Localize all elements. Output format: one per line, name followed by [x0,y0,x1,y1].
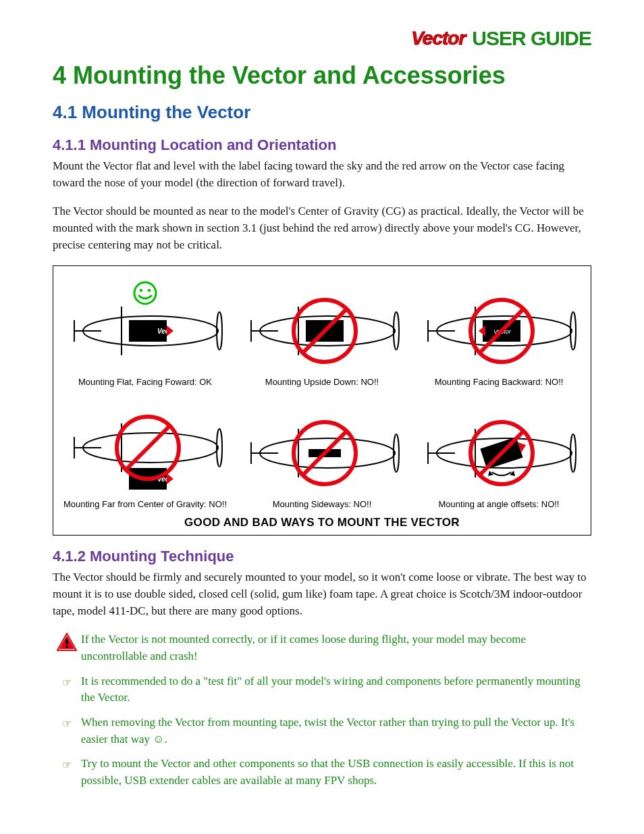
header-brand: Vector USER GUIDE [411,27,591,50]
heading-4-1: 4.1 Mounting the Vector [53,102,591,123]
svg-marker-25 [479,325,485,336]
paragraph-mounting-technique: The Vector should be firmly and securely… [53,569,591,619]
svg-point-0 [134,282,156,304]
svg-rect-61 [65,646,68,648]
figure-caption: Mounting Far from Center of Gravity: NO!… [63,499,227,509]
warning-note: If the Vector is not mounted correctly, … [53,631,591,664]
plane-upside-icon [241,278,403,373]
tip-note-testfit: ☞ It is recommended to do a "test fit" o… [53,673,591,706]
heading-4-1-1: 4.1.1 Mounting Location and Orientation [53,136,591,154]
hand-point-icon: ☞ [62,757,72,773]
paragraph-cg-location: The Vector should be mounted as near to … [53,203,591,253]
figure-cell-backward: Vector Mounting Facing Backward: NO!! [414,278,584,387]
plane-angle-icon [418,400,580,495]
svg-point-2 [148,289,151,292]
figure-cell-ok: Vector Mounting Flat, Facing Foward: OK [60,278,230,387]
warning-icon [57,633,77,657]
tip-text: When removing the Vector from mounting t… [81,714,591,748]
tip-text: Try to mount the Vector and other compon… [81,756,591,789]
svg-point-1 [140,289,142,292]
tip-note-twist: ☞ When removing the Vector from mounting… [53,714,591,748]
figure-cell-upside: Mounting Upside Down: NO!! [237,278,407,387]
figure-caption: Mounting Sideways: NO!! [273,499,372,509]
mounting-figure: Vector Mounting Flat, Facing Foward: OK [53,265,591,536]
svg-rect-60 [65,639,68,644]
plane-far-cg-icon: Vector [64,400,226,495]
figure-caption: Mounting at angle offsets: NO!! [439,499,560,509]
svg-marker-54 [488,471,493,476]
plane-ok-icon: Vector [64,278,226,373]
heading-4-1-2: 4.1.2 Mounting Technique [53,548,591,565]
figure-title: GOOD AND BAD WAYS TO MOUNT THE VECTOR [60,516,584,529]
user-guide-label: USER GUIDE [472,27,591,50]
hand-point-icon: ☞ [62,716,72,731]
warning-text: If the Vector is not mounted correctly, … [81,631,591,664]
figure-cell-far-cg: Vector Mounting Far from Center of Gravi… [60,400,230,509]
figure-cell-angle: Mounting at angle offsets: NO!! [414,400,584,509]
svg-marker-55 [510,471,515,476]
plane-backward-icon: Vector [418,278,580,373]
paragraph-mount-orientation: Mount the Vector flat and level with the… [53,158,591,191]
hand-point-icon: ☞ [62,675,72,690]
tip-text: It is recommended to do a "test fit" of … [81,673,591,706]
figure-cell-sideways: Mounting Sideways: NO!! [237,400,407,509]
figure-caption: Mounting Upside Down: NO!! [265,377,379,387]
plane-sideways-icon [241,400,403,495]
figure-caption: Mounting Flat, Facing Foward: OK [78,377,212,387]
figure-caption: Mounting Facing Backward: NO!! [435,377,564,387]
heading-section-4: 4 Mounting the Vector and Accessories [53,61,591,90]
tip-note-usb: ☞ Try to mount the Vector and other comp… [53,756,591,789]
vector-logo: Vector [411,28,465,49]
